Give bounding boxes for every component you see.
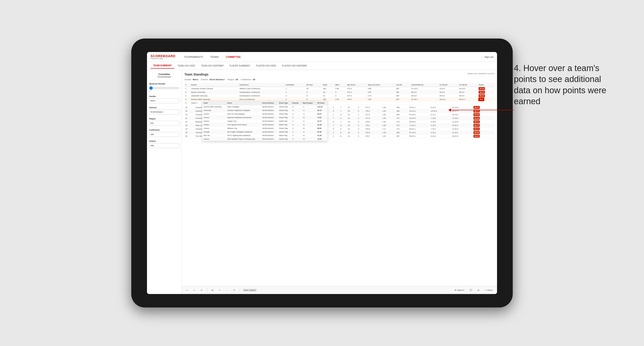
sidebar-school: School (All) <box>149 140 179 148</box>
logo-area: SCOREBOARD Powered by clippi <box>150 54 176 59</box>
gender-label: Gender <box>149 95 179 97</box>
tooltip-row: University Southern Highlands Collegiate… <box>202 109 328 112</box>
sidebar-division: Division NCAA Division I NCAA Division I… <box>149 106 179 115</box>
sidebar-gender: Gender Men's Women's <box>149 95 179 103</box>
col-bnds: Bnds <box>322 83 334 87</box>
panel-title: Team Standings <box>184 73 208 76</box>
table-row: 1 University of North Carolina Atlantic … <box>184 87 494 91</box>
view-badge: View: Original <box>242 289 257 292</box>
nav-teams[interactable]: TEAMS <box>207 55 222 59</box>
tooltip-col-w-points: W Points <box>316 101 328 105</box>
region-label: Region <box>149 118 179 120</box>
school-label: School <box>149 140 179 142</box>
min-rounds-slider[interactable] <box>149 86 179 90</box>
tooltip-row: Florida I The Cypress Point Classic NCAA… <box>202 123 328 127</box>
annotation-text: 4. Hover over a team's points to see add… <box>514 63 615 107</box>
min-rounds-label: Minimum Rounds <box>149 83 179 85</box>
tooltip-popup: Team Event Event Division Event Type Rou… <box>202 101 328 141</box>
sidebar-region: Region N/A South East <box>149 118 179 126</box>
col-no-tour: No Tour <box>306 83 322 87</box>
grid-button[interactable]: ⊞ <box>210 288 215 292</box>
tab-player-summary[interactable]: PLAYER SUMMARY <box>227 63 253 68</box>
sign-out-button[interactable]: Sign out <box>482 56 494 58</box>
school-select[interactable]: (All) <box>149 143 179 148</box>
col-vs50: Vs Top 50 <box>458 83 478 87</box>
conference-label: Conference <box>149 129 179 131</box>
division-select[interactable]: NCAA Division I NCAA Division II NAIA <box>149 110 179 115</box>
nav-items: TOURNAMENTS TEAMS COMMITTEE <box>181 55 482 59</box>
sub-nav: TEAM SUMMARY TEAM H2H GRID TEAM H2H HEAT… <box>147 62 497 70</box>
app-logo: SCOREBOARD <box>150 54 176 58</box>
sidebar-conference: Conference (All) ACC Big 12 <box>149 129 179 137</box>
tooltip-row: Univers 2023 Sahalee Players Championshi… <box>202 137 328 141</box>
nav-tournaments[interactable]: TOURNAMENTS <box>181 55 206 59</box>
filter-division: Division: NCAA Division I <box>201 78 225 81</box>
clock-button[interactable]: ⏱ <box>231 288 237 292</box>
col-low25: Low 25 <box>395 83 410 87</box>
panel-header: Team Standings Update time: 13/03/2024 1… <box>184 73 494 76</box>
watch-button[interactable]: 👁 Watch ▾ <box>452 288 466 292</box>
bottom-toolbar: ↩ ↪ ↺ ⊞ ✂ ··· ⏱ View: Original 👁 Watch ▾… <box>182 286 497 294</box>
top-nav: SCOREBOARD Powered by clippi TOURNAMENTS… <box>147 52 497 62</box>
filter-row: Gender: Men's Division: NCAA Division I … <box>184 78 494 81</box>
tooltip-col-rank-impact: Rank Impact <box>301 101 316 105</box>
refresh-button[interactable]: ↺ <box>199 288 204 292</box>
division-label: Division <box>149 106 179 109</box>
gender-select[interactable]: Men's Women's <box>149 98 179 103</box>
undo-button[interactable]: ↩ <box>184 288 190 292</box>
tab-player-h2h-grid[interactable]: PLAYER H2H GRID <box>253 63 279 68</box>
tooltip-row: East Tec OFCC Fighting Illini Invitation… <box>202 134 328 137</box>
table-row: 3 Vanderbilt University Southeastern Con… <box>184 94 494 98</box>
fullscreen-button[interactable]: ⊟ <box>476 288 481 292</box>
region-select[interactable]: N/A South East <box>149 121 179 126</box>
filter-gender: Gender: Men's <box>184 78 198 81</box>
share-button[interactable]: ↗ Share <box>483 288 494 292</box>
main-content: Committee Portal Review Minimum Rounds 0… <box>147 70 497 294</box>
tooltip-row: Univers Amer An Intercollegiate NCAA Div… <box>202 112 328 116</box>
tooltip-col-event-type: Event Type <box>278 101 291 105</box>
tooltip-col-event-div: Event Division <box>261 101 278 105</box>
cut-button[interactable]: ✂ <box>217 288 222 292</box>
sidebar-portal-title: Committee Portal Review <box>149 73 179 78</box>
sidebar-min-rounds: Minimum Rounds 0 <box>149 83 179 92</box>
tooltip-row: Georgia Ben Hogan Collegiate Invitationa… <box>202 130 328 134</box>
tab-team-h2h-grid[interactable]: TEAM H2H GRID <box>175 63 198 68</box>
more-button[interactable]: ··· <box>224 288 230 292</box>
tablet-shell: SCOREBOARD Powered by clippi TOURNAMENTS… <box>131 38 513 308</box>
right-panel: Team Standings Update time: 13/03/2024 1… <box>182 70 497 294</box>
col-school: School <box>190 83 238 87</box>
tab-team-summary[interactable]: TEAM SUMMARY <box>150 63 174 69</box>
col-rank: # <box>184 83 190 87</box>
filter-conference: Conference: All <box>240 78 255 81</box>
nav-committee[interactable]: COMMITTEE <box>223 55 244 59</box>
comment-button[interactable]: 💬 <box>468 288 474 292</box>
col-vs25: Vs Top 25 <box>439 83 458 87</box>
tab-player-h2h-heatmap[interactable]: PLAYER H2H HEATMAP <box>279 63 310 68</box>
conference-select[interactable]: (All) ACC Big 12 <box>149 132 179 137</box>
app-logo-sub: Powered by clippi <box>150 58 176 59</box>
col-points: Points <box>478 83 494 87</box>
col-wins: Wins <box>334 83 346 87</box>
col-adj-score: Adj. Score <box>346 83 367 87</box>
tooltip-row: Arizona State University Cabo Collegiate… <box>202 105 328 109</box>
update-time: Update time: 13/03/2024 10:03:42 <box>467 73 494 75</box>
tooltip-col-event: Event <box>226 101 261 105</box>
tablet-screen: SCOREBOARD Powered by clippi TOURNAMENTS… <box>147 52 497 294</box>
sidebar: Committee Portal Review Minimum Rounds 0… <box>147 70 182 294</box>
col-overall: Overall Record <box>410 83 438 87</box>
col-conf-rank: Conf Rank <box>285 83 306 87</box>
tooltip-row: Univers Copper Cup NCAA Division I Match… <box>202 119 328 123</box>
tooltip-col-rounds: Rounds <box>291 101 301 105</box>
redo-button[interactable]: ↪ <box>192 288 197 292</box>
col-conference: Conference <box>238 83 285 87</box>
tooltip-row: Univers Williams Cup NCAA Division I Str… <box>202 127 328 130</box>
table-row: 2 Auburn University Southeastern Confere… <box>184 91 494 94</box>
tooltip-col-team: Team <box>202 101 226 105</box>
tooltip-row: Univers National Invitational Tournament… <box>202 116 328 119</box>
col-avg-low: Avg Low Score <box>367 83 395 87</box>
tab-team-h2h-heatmap[interactable]: TEAM H2H HEATMAP <box>198 63 226 68</box>
filter-region: Region: All <box>228 78 238 81</box>
